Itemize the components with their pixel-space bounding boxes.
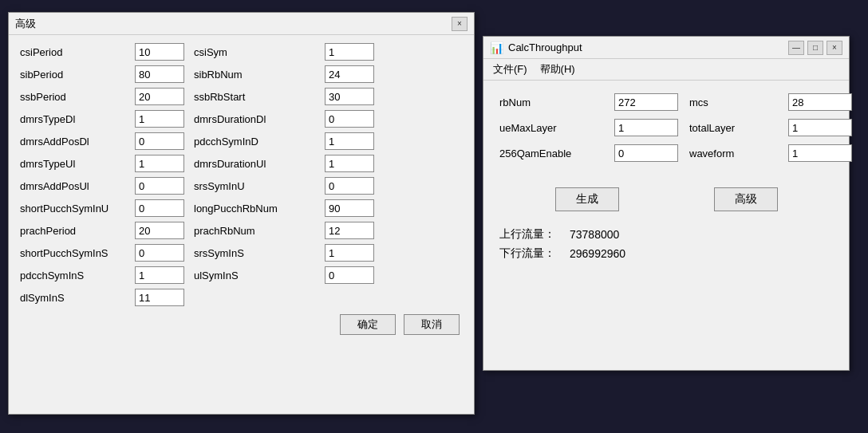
advanced-content: csiPeriodcsiSymsibPeriodsibRbNumssbPerio… — [9, 35, 474, 343]
adv-label-5-2: dmrsDurationUl — [194, 158, 322, 170]
uplink-label: 上行流量： — [499, 227, 563, 242]
calc-controls: — □ × — [788, 41, 842, 55]
calc-window: 📊 CalcThroughput — □ × 文件(F) 帮助(H) rbNum… — [483, 36, 850, 371]
adv-label-3-1: dmrsTypeDl — [20, 113, 132, 125]
calc-label-1-2: totalLayer — [689, 122, 785, 134]
calc-input-0-2[interactable] — [788, 93, 852, 111]
adv-input-7-2[interactable] — [325, 199, 374, 217]
calc-label-2-2: waveform — [689, 148, 785, 159]
downlink-value: 296992960 — [570, 247, 625, 260]
calc-advanced-button[interactable]: 高级 — [714, 187, 778, 211]
adv-label-4-1: dmrsAddPosDl — [20, 136, 132, 148]
adv-input-5-2[interactable] — [325, 155, 374, 172]
advanced-form-grid: csiPeriodcsiSymsibPeriodsibRbNumssbPerio… — [20, 43, 463, 306]
advanced-window: 高级 × csiPeriodcsiSymsibPeriodsibRbNumssb… — [8, 12, 475, 415]
adv-label-3-2: dmrsDurationDl — [194, 113, 322, 125]
calc-title-left: 📊 CalcThroughput — [490, 41, 582, 54]
calc-input-1-1[interactable] — [614, 119, 678, 136]
adv-label-7-2: longPucchRbNum — [194, 203, 322, 215]
menu-file[interactable]: 文件(F) — [487, 61, 534, 78]
calc-app-icon: 📊 — [490, 41, 503, 54]
adv-input-1-2[interactable] — [325, 65, 374, 83]
calc-restore-button[interactable]: □ — [807, 41, 823, 55]
calc-input-1-2[interactable] — [788, 119, 852, 136]
title-controls: × — [452, 17, 468, 31]
downlink-row: 下行流量： 296992960 — [499, 246, 833, 261]
adv-label-2-1: ssbPeriod — [20, 91, 132, 103]
uplink-row: 上行流量： 73788000 — [499, 227, 833, 242]
calc-title-bar: 📊 CalcThroughput — □ × — [483, 37, 849, 59]
calc-close-button[interactable]: × — [827, 41, 842, 55]
adv-label-2-2: ssbRbStart — [194, 91, 322, 103]
adv-input-10-1[interactable] — [135, 266, 184, 284]
adv-input-4-2[interactable] — [325, 132, 374, 150]
advanced-title-text: 高级 — [15, 17, 36, 31]
adv-input-5-1[interactable] — [135, 155, 184, 172]
adv-input-8-1[interactable] — [135, 222, 184, 239]
calc-label-2-1: 256QamEnable — [499, 148, 611, 159]
adv-input-8-2[interactable] — [325, 222, 374, 239]
calc-label-0-1: rbNum — [499, 96, 611, 108]
result-section: 上行流量： 73788000 下行流量： 296992960 — [483, 224, 849, 269]
adv-label-1-2: sibRbNum — [194, 69, 322, 81]
adv-input-9-2[interactable] — [325, 244, 374, 262]
adv-input-6-1[interactable] — [135, 177, 184, 195]
calc-label-1-1: ueMaxLayer — [499, 122, 611, 134]
adv-label-6-1: dmrsAddPosUl — [20, 180, 132, 192]
adv-input-11-1[interactable] — [135, 289, 184, 306]
calc-label-0-2: mcs — [689, 96, 785, 108]
adv-label-10-2: ulSymInS — [194, 270, 322, 281]
adv-label-6-2: srsSymInU — [194, 180, 322, 192]
title-left: 高级 — [15, 17, 36, 31]
adv-input-10-2[interactable] — [325, 266, 374, 284]
calc-input-0-1[interactable] — [614, 93, 678, 111]
advanced-close-button[interactable]: × — [452, 17, 468, 31]
adv-input-3-1[interactable] — [135, 110, 184, 128]
adv-label-0-2: csiSym — [194, 46, 322, 58]
adv-label-9-1: shortPucchSymInS — [20, 247, 132, 259]
downlink-label: 下行流量： — [499, 246, 563, 261]
generate-button[interactable]: 生成 — [555, 187, 619, 211]
adv-input-0-1[interactable] — [135, 43, 184, 61]
adv-input-6-2[interactable] — [325, 177, 374, 195]
calc-form: rbNummcsueMaxLayertotalLayer256QamEnable… — [483, 81, 849, 175]
calc-buttons: 生成 高级 — [483, 175, 849, 224]
calc-input-2-2[interactable] — [788, 144, 852, 162]
adv-label-0-1: csiPeriod — [20, 46, 132, 58]
adv-label-7-1: shortPucchSymInU — [20, 203, 132, 215]
adv-input-2-1[interactable] — [135, 88, 184, 105]
adv-input-9-1[interactable] — [135, 244, 184, 262]
calc-minimize-button[interactable]: — — [788, 41, 804, 55]
calc-input-2-1[interactable] — [614, 144, 678, 162]
adv-label-9-2: srsSymInS — [194, 247, 322, 259]
adv-label-8-2: prachRbNum — [194, 225, 322, 237]
advanced-button-row: 确定 取消 — [20, 314, 463, 335]
adv-label-4-2: pdcchSymInD — [194, 136, 322, 148]
advanced-title-bar: 高级 × — [9, 13, 474, 35]
cancel-button[interactable]: 取消 — [404, 314, 460, 335]
uplink-value: 73788000 — [570, 228, 619, 241]
adv-label-11-1: dlSymInS — [20, 292, 132, 304]
adv-input-2-2[interactable] — [325, 88, 374, 105]
adv-label-5-1: dmrsTypeUl — [20, 158, 132, 170]
adv-label-1-1: sibPeriod — [20, 69, 132, 81]
adv-label-8-1: prachPeriod — [20, 225, 132, 237]
adv-label-10-1: pdcchSymInS — [20, 270, 132, 281]
adv-input-7-1[interactable] — [135, 199, 184, 217]
adv-input-1-1[interactable] — [135, 65, 184, 83]
confirm-button[interactable]: 确定 — [340, 314, 396, 335]
adv-input-4-1[interactable] — [135, 132, 184, 150]
adv-input-0-2[interactable] — [325, 43, 374, 61]
adv-input-3-2[interactable] — [325, 110, 374, 128]
calc-title-text: CalcThroughput — [508, 41, 582, 53]
menu-help[interactable]: 帮助(H) — [534, 61, 582, 78]
calc-menubar: 文件(F) 帮助(H) — [483, 59, 849, 81]
